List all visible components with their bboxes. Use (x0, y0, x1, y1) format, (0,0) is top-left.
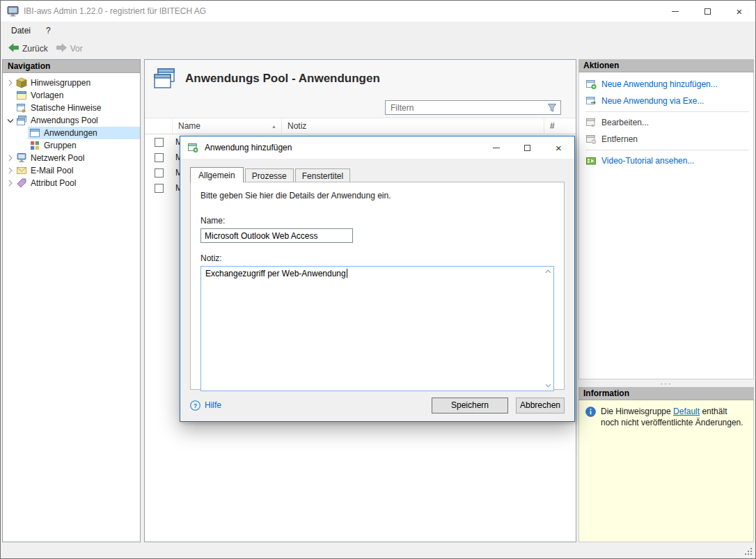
help-link[interactable]: ? Hilfe (190, 400, 221, 411)
remove-icon (585, 134, 597, 145)
close-icon: × (737, 6, 743, 17)
action-neue-anwendung[interactable]: Neue Anwendung hinzufügen... (579, 76, 753, 93)
panel-splitter[interactable]: ··· (578, 379, 754, 387)
right-panel: Aktionen Neue Anwendung hinzufügen... Ne… (578, 59, 754, 542)
chevron-right-icon[interactable] (5, 152, 16, 164)
column-count[interactable]: # (544, 118, 576, 134)
resize-grip-icon[interactable] (750, 553, 752, 555)
actions-separator (585, 111, 749, 112)
dialog-maximize-button[interactable] (512, 136, 543, 159)
sidebar-item-attribut-pool[interactable]: Attribut Pool (3, 177, 140, 189)
sidebar-item-label: Anwendungs Pool (31, 116, 98, 125)
sidebar-item-vorlagen[interactable]: Vorlagen (3, 89, 140, 102)
dialog-instruction: Bitte geben Sie hier die Details der Anw… (200, 191, 554, 200)
notiz-label: Notiz: (200, 253, 554, 263)
filter-funnel-icon[interactable] (547, 103, 557, 113)
hinweisgruppen-icon (16, 77, 27, 88)
app-icon (7, 6, 19, 17)
column-checkbox (145, 118, 173, 134)
scroll-up-icon (545, 269, 551, 274)
sidebar-item-label: Gruppen (44, 141, 77, 150)
navigation-tree: Hinweisgruppen Vorlagen Statische Hinwei… (3, 73, 140, 189)
chevron-right-icon[interactable] (5, 165, 16, 176)
cancel-button[interactable]: Abbrechen (516, 397, 565, 414)
sidebar-item-label: Vorlagen (31, 90, 63, 100)
menu-datei[interactable]: Datei (3, 23, 38, 38)
minimize-icon (672, 11, 679, 12)
row-checkbox[interactable] (155, 153, 164, 162)
name-field[interactable] (200, 228, 353, 243)
tab-allgemein[interactable]: Allgemein (190, 167, 244, 182)
new-application-icon (585, 79, 597, 90)
maximize-button[interactable] (691, 1, 723, 22)
navigation-panel: Navigation Hinweisgruppen Vorlagen Stati… (2, 59, 141, 542)
tab-prozesse[interactable]: Prozesse (245, 168, 294, 182)
back-button[interactable]: Zurück (5, 41, 53, 56)
notiz-textarea[interactable]: Exchangezugriff per Web-Anwendung (200, 266, 554, 391)
maximize-icon (524, 145, 530, 151)
sidebar-item-hinweisgruppen[interactable]: Hinweisgruppen (3, 77, 140, 89)
row-checkbox[interactable] (155, 138, 164, 147)
notiz-scrollbar[interactable] (542, 267, 553, 391)
filter-box (385, 100, 561, 115)
action-bearbeiten[interactable]: Bearbeiten... (579, 114, 753, 131)
window-title: IBI-aws Admin 1.22.0 - registriert für I… (24, 6, 206, 16)
chevron-right-icon[interactable] (5, 178, 16, 189)
table-header: Name ▲ Notiz # (145, 118, 576, 134)
dialog-caption-buttons: × (480, 136, 574, 159)
sidebar-item-netzwerk-pool[interactable]: Netzwerk Pool (3, 152, 140, 164)
title-bar: IBI-aws Admin 1.22.0 - registriert für I… (1, 1, 755, 22)
action-entfernen[interactable]: Entfernen (579, 131, 753, 148)
actions-list: Neue Anwendung hinzufügen... Neue Anwend… (578, 72, 754, 379)
row-checkbox[interactable] (155, 184, 164, 193)
column-name[interactable]: Name ▲ (173, 118, 282, 134)
add-application-dialog: Anwendung hinzufügen × Allgemein Prozess… (180, 136, 575, 422)
anwendungs-pool-icon (16, 115, 27, 126)
sidebar-item-gruppen[interactable]: Gruppen (28, 139, 140, 152)
information-header: Information (578, 387, 754, 400)
sidebar-item-anwendungs-pool[interactable]: Anwendungs Pool (3, 114, 140, 127)
info-icon (585, 407, 596, 417)
app-window: IBI-aws Admin 1.22.0 - registriert für I… (0, 0, 756, 559)
page-title: Anwendungs Pool - Anwendungen (185, 72, 380, 86)
scroll-down-icon (545, 384, 551, 388)
minimize-button[interactable] (659, 1, 691, 22)
menu-help[interactable]: ? (38, 23, 58, 38)
actions-header: Aktionen (578, 59, 754, 72)
chevron-down-icon[interactable] (5, 115, 16, 126)
dialog-close-button[interactable]: × (543, 136, 574, 159)
close-button[interactable]: × (723, 1, 755, 22)
dialog-tab-page: Bitte geben Sie hier die Details der Anw… (190, 182, 565, 390)
default-group-link[interactable]: Default (673, 407, 700, 416)
maximize-icon (704, 8, 711, 15)
back-arrow-icon (8, 42, 19, 55)
anwendungen-icon (29, 127, 40, 139)
minimize-icon (493, 148, 500, 148)
dialog-tab-strip: Allgemein Prozesse Fenstertitel (180, 166, 574, 182)
sidebar-item-anwendungen[interactable]: Anwendungen (28, 127, 140, 139)
sidebar-item-statische-hinweise[interactable]: Statische Hinweise (3, 102, 140, 114)
main-header: Anwendungs Pool - Anwendungen (145, 60, 576, 97)
forward-arrow-icon (56, 42, 68, 55)
menu-bar: Datei ? (1, 22, 755, 40)
chevron-right-icon[interactable] (5, 77, 16, 88)
netzwerk-pool-icon (16, 152, 27, 164)
sidebar-item-label: Statische Hinweise (31, 103, 101, 113)
tab-fenstertitel[interactable]: Fenstertitel (295, 168, 350, 182)
filter-input[interactable] (391, 103, 547, 113)
help-icon: ? (190, 400, 200, 411)
column-notiz[interactable]: Notiz (282, 118, 544, 134)
dialog-minimize-button[interactable] (480, 136, 512, 159)
action-video-tutorial[interactable]: Video-Tutorial ansehen... (579, 152, 753, 169)
sidebar-item-email-pool[interactable]: E-Mail Pool (3, 164, 140, 177)
forward-button[interactable]: Vor (53, 41, 88, 56)
sort-asc-icon: ▲ (271, 124, 276, 129)
edit-icon (585, 117, 597, 128)
sidebar-item-label: E-Mail Pool (31, 166, 73, 175)
row-checkbox[interactable] (155, 168, 164, 178)
dialog-footer: ? Hilfe Speichern Abbrechen (190, 397, 565, 414)
save-button[interactable]: Speichern (432, 397, 508, 414)
navigation-toolbar: Zurück Vor (1, 40, 755, 58)
window-caption-buttons: × (659, 1, 755, 22)
action-neue-anwendung-via-exe[interactable]: Neue Anwendung via Exe... (579, 93, 753, 109)
